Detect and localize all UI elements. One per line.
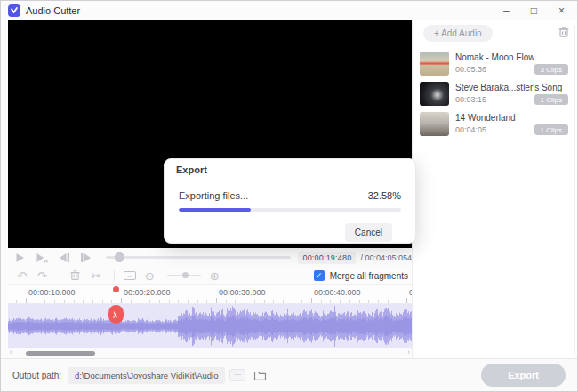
minimize-button[interactable]: –: [503, 1, 510, 20]
track-title: Nomak - Moon Flow: [455, 52, 534, 62]
ruler-label: 00:00:40.000: [314, 288, 361, 297]
zoom-out-icon[interactable]: ⊖: [145, 270, 155, 282]
play-clip-button[interactable]: [36, 252, 50, 263]
undo-icon[interactable]: ↶: [17, 270, 27, 282]
play-button[interactable]: [13, 252, 28, 263]
export-progress-bar: [179, 208, 401, 212]
merge-label[interactable]: Merge all fragments: [330, 271, 408, 281]
timeline-ruler[interactable]: 00:00:10.000 00:00:20.000 00:00:30.000 0…: [8, 284, 412, 304]
track-thumbnail: [420, 82, 449, 106]
transport-controls: 00:00:19:480 / 00:04:05:054: [8, 248, 412, 267]
audio-library-sidebar: + Add Audio Nomak - Moon Flow 00:05:36 3…: [412, 20, 578, 360]
track-duration: 00:05:36: [455, 65, 534, 74]
audio-cutter-window: Audio Cutter – □ × 00:00:: [0, 0, 578, 392]
clip-count-badge: 1 Clips: [534, 124, 568, 135]
sidebar-scrollbar-track[interactable]: [574, 26, 575, 355]
export-status-text: Exporting files...: [179, 190, 248, 201]
step-forward-button[interactable]: [79, 252, 93, 263]
ruler-label: 00:00:20.000: [124, 288, 171, 297]
total-time-value: 00:04:05:054: [365, 253, 412, 262]
fit-minus-glyph: –: [127, 272, 131, 280]
titlebar: Audio Cutter – □ ×: [1, 1, 577, 20]
export-button[interactable]: Export: [481, 364, 566, 387]
export-percent: 32.58%: [368, 190, 401, 201]
cancel-button[interactable]: Cancel: [345, 223, 392, 242]
timeline-scrollbar[interactable]: ‹ ›: [8, 348, 412, 358]
bottom-bar: Output path: d:\Documents\Joyoshare Vidi…: [1, 358, 577, 391]
track-thumbnail: [420, 112, 449, 136]
waveform-track[interactable]: ✂: [8, 304, 412, 348]
track-row[interactable]: Steve Baraka...stler's Song 00:03:15 1 C…: [420, 81, 574, 106]
edit-toolbar: ↶ ↷ ✂ – ⊖ ⊕ ✓ Merge all fragments: [8, 267, 412, 284]
zoom-in-icon[interactable]: ⊕: [210, 270, 220, 282]
redo-icon[interactable]: ↷: [37, 270, 47, 282]
delete-all-icon[interactable]: [558, 26, 570, 42]
ruler-label: 00:00:10.000: [28, 288, 76, 297]
app-logo-icon: [8, 4, 20, 17]
track-duration: 00:04:05: [455, 125, 516, 134]
sidebar-header: + Add Audio: [413, 20, 578, 47]
export-dialog: Export Exporting files... 32.58% Cancel: [164, 158, 416, 244]
browse-path-button[interactable]: ···: [229, 369, 245, 381]
track-row[interactable]: Nomak - Moon Flow 00:05:36 3 Clips: [420, 51, 574, 76]
clip-count-badge: 1 Clips: [534, 94, 568, 105]
track-row[interactable]: 14 Wonderland 00:04:05 1 Clips: [420, 111, 574, 136]
track-meta: Nomak - Moon Flow 00:05:36: [455, 52, 534, 74]
track-list: Nomak - Moon Flow 00:05:36 3 Clips Steve…: [413, 47, 578, 136]
close-button[interactable]: ×: [558, 1, 565, 20]
waveform-canvas: [8, 304, 412, 348]
toolbar-divider: [60, 270, 60, 281]
toolbar-divider: [114, 270, 115, 281]
ruler-label: 00:00:30.000: [219, 288, 266, 297]
scissors-icon[interactable]: ✂: [92, 270, 101, 282]
zoom-slider[interactable]: [167, 275, 201, 276]
scroll-right-icon[interactable]: ›: [407, 348, 410, 356]
cut-scissors-badge[interactable]: ✂: [108, 305, 124, 324]
track-thumbnail: [420, 52, 449, 76]
track-title: 14 Wonderland: [455, 113, 516, 123]
merge-fragments-group: ✓ Merge all fragments: [314, 270, 412, 281]
time-separator: /: [360, 253, 363, 262]
track-meta: 14 Wonderland 00:04:05: [455, 113, 516, 134]
cut-scissors-icon: ✂: [111, 310, 120, 317]
total-time: / 00:04:05:054: [360, 253, 412, 262]
export-progress-fill: [179, 208, 251, 212]
open-folder-icon[interactable]: [253, 370, 267, 381]
scrollbar-thumb[interactable]: [26, 351, 95, 356]
output-path-value[interactable]: d:\Documents\Joyoshare VidiKit\Audio: [68, 367, 225, 384]
track-title: Steve Baraka...stler's Song: [455, 83, 562, 92]
zoom-slider-handle[interactable]: [182, 272, 189, 278]
export-dialog-title: Export: [165, 159, 415, 180]
seek-handle[interactable]: [115, 252, 124, 262]
current-time: 00:00:19:480: [298, 252, 356, 264]
trash-icon[interactable]: [69, 269, 81, 283]
scroll-left-icon[interactable]: ‹: [10, 348, 12, 356]
fit-timeline-icon[interactable]: –: [124, 271, 136, 280]
clip-count-badge: 3 Clips: [534, 64, 568, 75]
playhead-stem: [116, 292, 116, 304]
seek-slider[interactable]: [106, 256, 291, 259]
maximize-button[interactable]: □: [531, 1, 537, 20]
step-back-button[interactable]: [57, 252, 71, 263]
add-audio-button[interactable]: + Add Audio: [423, 25, 493, 42]
export-dialog-body: Exporting files... 32.58% Cancel: [165, 180, 415, 242]
window-title: Audio Cutter: [26, 5, 80, 16]
merge-checkbox[interactable]: ✓: [314, 270, 325, 281]
output-path-label: Output path:: [12, 371, 61, 380]
